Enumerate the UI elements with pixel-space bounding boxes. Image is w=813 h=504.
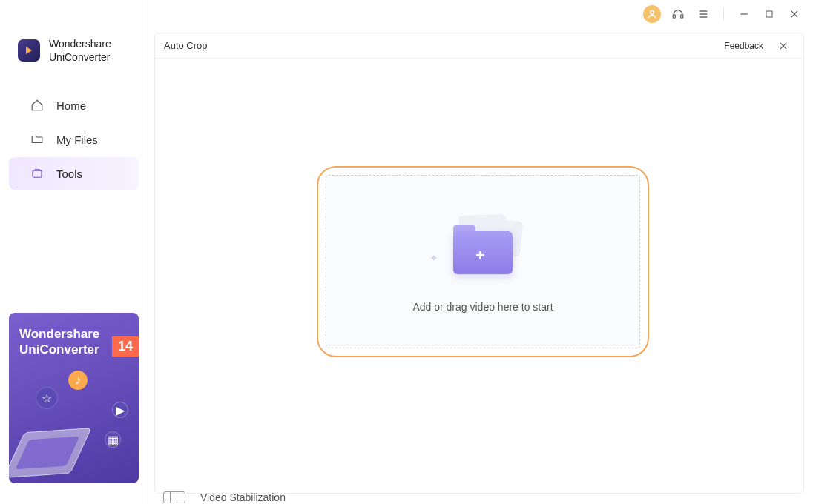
- background-tool-card[interactable]: Video Stabilization: [163, 491, 286, 504]
- sidebar-item-label: My Files: [56, 133, 98, 146]
- close-window-button[interactable]: [786, 6, 803, 22]
- promo-version-badge: 14: [112, 336, 139, 357]
- sidebar-item-myfiles[interactable]: My Files: [9, 123, 139, 156]
- dropzone-label: Add or drag video here to start: [412, 301, 553, 313]
- video-dropzone[interactable]: + ✦ Add or drag video here to start: [317, 166, 649, 357]
- sidebar-item-tools[interactable]: Tools: [9, 157, 139, 190]
- folder-icon: [30, 132, 45, 147]
- close-panel-button[interactable]: [775, 38, 791, 54]
- promo-card[interactable]: Wondershare UniConverter 14 ♪ ☆ ▶ ▦: [9, 313, 139, 483]
- promo-music-icon: ♪: [68, 371, 88, 390]
- window-controls: [643, 0, 813, 28]
- stabilization-icon: [163, 491, 185, 503]
- account-avatar-button[interactable]: [643, 5, 661, 23]
- main-panel: Auto Crop Feedback + ✦ Add or drag video…: [154, 33, 804, 494]
- sidebar-item-label: Tools: [56, 168, 82, 180]
- add-file-graphic: + ✦: [424, 206, 542, 288]
- support-icon[interactable]: [670, 6, 686, 22]
- brand-line1: Wondershare: [49, 37, 111, 50]
- tools-icon: [30, 166, 45, 181]
- sidebar: Wondershare UniConverter Home My Files T…: [0, 0, 148, 504]
- svg-rect-10: [33, 171, 42, 178]
- promo-star-icon: ☆: [36, 387, 58, 409]
- panel-body: + ✦ Add or drag video here to start: [155, 59, 803, 493]
- plus-icon: +: [475, 246, 485, 265]
- svg-rect-7: [766, 11, 772, 17]
- svg-point-0: [651, 10, 654, 14]
- svg-rect-2: [681, 15, 683, 19]
- divider: [723, 7, 724, 21]
- panel-title: Auto Crop: [164, 40, 208, 51]
- maximize-button[interactable]: [761, 6, 777, 22]
- brand-line2: UniConverter: [49, 50, 111, 64]
- svg-rect-1: [673, 15, 675, 19]
- promo-tile-graphic: [9, 428, 92, 478]
- sidebar-item-label: Home: [56, 99, 86, 112]
- dropzone-inner: + ✦ Add or drag video here to start: [326, 175, 640, 348]
- sidebar-item-home[interactable]: Home: [9, 89, 139, 122]
- background-tool-label: Video Stabilization: [200, 491, 286, 503]
- promo-film-icon: ▦: [105, 431, 121, 448]
- menu-icon[interactable]: [695, 6, 711, 22]
- home-icon: [30, 98, 45, 113]
- panel-header: Auto Crop Feedback: [155, 33, 803, 59]
- app-logo-icon: [18, 39, 40, 62]
- feedback-link[interactable]: Feedback: [724, 41, 763, 51]
- brand: Wondershare UniConverter: [0, 0, 148, 84]
- minimize-button[interactable]: [736, 6, 752, 22]
- sidebar-nav: Home My Files Tools: [0, 84, 148, 191]
- brand-text: Wondershare UniConverter: [49, 37, 111, 64]
- promo-play-icon: ▶: [112, 402, 128, 418]
